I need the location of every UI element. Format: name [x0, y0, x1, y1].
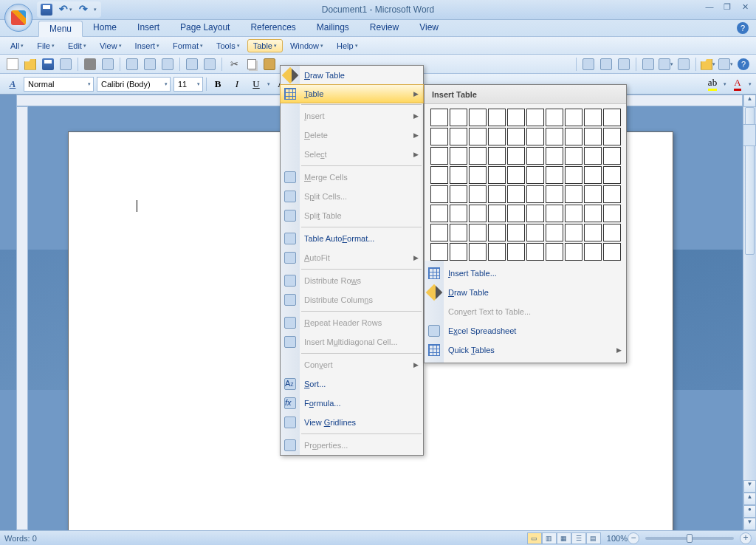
next-page[interactable]: ▼ — [743, 518, 756, 530]
grid-cell[interactable] — [488, 243, 506, 261]
ribbon-tab-mailings[interactable]: Mailings — [306, 20, 360, 36]
grid-cell[interactable] — [469, 128, 487, 145]
grid-cell[interactable] — [603, 128, 621, 145]
ribbon-tab-review[interactable]: Review — [360, 20, 409, 36]
grid-cell[interactable] — [546, 109, 563, 126]
side-panel-tab[interactable] — [743, 124, 756, 146]
insert-sub-quick-tables[interactable]: Quick Tables▶ — [425, 340, 626, 360]
grid-cell[interactable] — [488, 205, 506, 222]
zoom-out-button[interactable]: − — [628, 532, 639, 544]
ribbon-tab-insert[interactable]: Insert — [127, 20, 170, 36]
insert-sub-draw-table[interactable]: Draw Table — [425, 283, 626, 302]
underline-button[interactable]: U — [248, 76, 264, 92]
insert-sub-insert-table-[interactable]: Insert Table... — [425, 264, 626, 283]
menu-tools[interactable]: Tools ▾ — [210, 39, 246, 52]
grid-cell[interactable] — [507, 243, 525, 261]
bold-button[interactable]: B — [210, 76, 226, 92]
table-menu-table[interactable]: Table▶ — [280, 84, 424, 103]
zoom-level[interactable]: 100% — [607, 534, 628, 543]
grid-cell[interactable] — [565, 185, 583, 203]
zoom-slider[interactable] — [645, 537, 734, 540]
find-button[interactable] — [142, 56, 158, 72]
grid-cell[interactable] — [507, 128, 525, 145]
font-selector[interactable]: Calibri (Body)▾ — [97, 77, 171, 92]
view-web[interactable]: ▦ — [557, 532, 571, 544]
grid-cell[interactable] — [469, 224, 487, 241]
grid-cell[interactable] — [507, 166, 525, 184]
grid-cell[interactable] — [430, 224, 448, 241]
grid-cell[interactable] — [584, 205, 602, 222]
align-button[interactable] — [598, 56, 614, 72]
table-menu-sort-[interactable]: AZSort... — [281, 374, 423, 394]
font-color-button[interactable]: A — [729, 76, 746, 92]
paste-button[interactable] — [261, 56, 278, 72]
copy-button[interactable] — [244, 56, 260, 72]
grid-cell[interactable] — [565, 224, 583, 241]
table-menu-table-autoformat-[interactable]: Table AutoFormat... — [281, 229, 423, 248]
highlight-button[interactable]: ab — [704, 76, 721, 92]
grid-cell[interactable] — [488, 109, 506, 126]
grid-cell[interactable] — [565, 205, 583, 222]
scroll-down[interactable]: ▼ — [743, 480, 756, 493]
grid-cell[interactable] — [430, 147, 448, 165]
grid-cell[interactable] — [584, 185, 602, 203]
grid-cell[interactable] — [546, 147, 563, 165]
grid-cell[interactable] — [450, 205, 467, 222]
fullscreen-button[interactable] — [676, 56, 692, 72]
grid-cell[interactable] — [584, 128, 602, 145]
menu-insert[interactable]: Insert ▾ — [129, 39, 166, 52]
vertical-scrollbar[interactable]: ▲ ▼ ▲ ● ▼ — [743, 95, 756, 530]
grid-cell[interactable] — [469, 109, 487, 126]
print-button[interactable] — [82, 56, 98, 72]
prev-page[interactable]: ▲ — [743, 493, 756, 505]
grid-cell[interactable] — [507, 185, 525, 203]
grid-cell[interactable] — [450, 243, 467, 261]
grid-cell[interactable] — [603, 147, 621, 165]
grid-cell[interactable] — [526, 205, 544, 222]
grid-cell[interactable] — [526, 185, 544, 203]
grid-cell[interactable] — [430, 243, 448, 261]
grid-cell[interactable] — [603, 109, 621, 126]
grid-cell[interactable] — [546, 205, 563, 222]
grid-cell[interactable] — [565, 243, 583, 261]
grid-cell[interactable] — [469, 147, 487, 165]
open-button[interactable] — [22, 56, 38, 72]
grid-cell[interactable] — [603, 224, 621, 241]
restore-button[interactable]: ❐ — [721, 2, 734, 13]
grid-cell[interactable] — [450, 224, 467, 241]
grid-cell[interactable] — [603, 185, 621, 203]
menu-help[interactable]: Help ▾ — [331, 39, 364, 52]
grid-cell[interactable] — [603, 205, 621, 222]
menu-window[interactable]: Window ▾ — [284, 39, 329, 52]
grid-cell[interactable] — [507, 224, 525, 241]
grid-cell[interactable] — [565, 109, 583, 126]
grid-cell[interactable] — [488, 185, 506, 203]
grid-cell[interactable] — [430, 205, 448, 222]
options-dd[interactable]: ▾ — [718, 56, 734, 72]
help-tb[interactable]: ? — [735, 56, 752, 72]
grid-cell[interactable] — [584, 109, 602, 126]
grid-cell[interactable] — [584, 224, 602, 241]
grid-cell[interactable] — [584, 166, 602, 184]
menu-edit[interactable]: Edit ▾ — [62, 39, 92, 52]
zoom-out-tb[interactable] — [640, 56, 656, 72]
ribbon-tab-view[interactable]: View — [409, 20, 449, 36]
qat-redo[interactable]: ↷ — [75, 1, 92, 18]
menu-view[interactable]: View ▾ — [94, 39, 128, 52]
grid-cell[interactable] — [565, 166, 583, 184]
grid-cell[interactable] — [450, 109, 467, 126]
grid-cell[interactable] — [450, 128, 467, 145]
grid-cell[interactable] — [507, 205, 525, 222]
help-icon[interactable]: ? — [737, 22, 749, 34]
style-selector[interactable]: Normal▾ — [24, 77, 94, 92]
grid-cell[interactable] — [526, 109, 544, 126]
zoom-in-button[interactable]: + — [740, 532, 752, 544]
ribbon-tab-menu[interactable]: Menu — [38, 21, 83, 37]
mail-button[interactable] — [124, 56, 140, 72]
menu-table[interactable]: Table ▾ — [247, 39, 283, 52]
grid-cell[interactable] — [488, 224, 506, 241]
zoom-dd[interactable]: ▾ — [658, 56, 674, 72]
grid-cell[interactable] — [565, 128, 583, 145]
replace-button[interactable] — [159, 56, 176, 72]
qat-save[interactable] — [38, 1, 55, 18]
